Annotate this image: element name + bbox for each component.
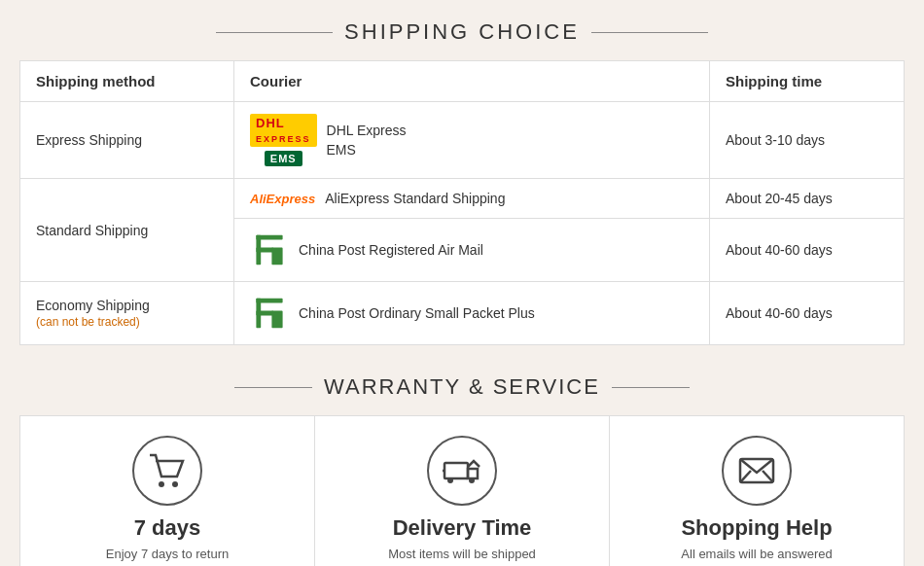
help-card-title: Shopping Help [625,515,888,541]
table-header-row: Shipping method Courier Shipping time [20,61,905,102]
economy-method-cell: Economy Shipping (can not be tracked) [20,282,234,345]
dhl-ems-courier: DHLEXPRESS EMS DHL Express EMS [250,114,693,166]
chinapost-economy-courier: China Post Ordinary Small Packet Plus [250,294,693,333]
shipping-table: Shipping method Courier Shipping time Ex… [19,60,905,345]
standard-method-label: Standard Shipping [20,179,234,282]
ems-logo-badge: EMS [265,151,302,166]
warranty-section: WARRANTY & SERVICE 7 days Enjoy 7 days t… [0,355,924,566]
table-row-economy: Economy Shipping (can not be tracked) [20,282,905,345]
svg-rect-7 [271,311,282,329]
delivery-card-title: Delivery Time [331,515,593,541]
svg-rect-3 [271,248,282,265]
economy-courier-cell: China Post Ordinary Small Packet Plus [234,282,710,345]
aliexpress-courier-cell: AliExpress AliExpress Standard Shipping [234,179,710,219]
truck-icon [443,451,481,490]
warranty-cards-container: 7 days Enjoy 7 days to return Delivery T… [19,415,905,566]
svg-rect-6 [256,311,273,316]
warranty-title-text: WARRANTY & SERVICE [324,374,600,400]
economy-method-note: (can not be tracked) [36,315,140,329]
help-card-desc: All emails will be answered [625,547,888,561]
svg-point-12 [469,478,475,483]
chinapost-registered-label: China Post Registered Air Mail [299,242,483,258]
chinapost-registered-courier-cell: China Post Registered Air Mail [234,219,710,282]
table-row-express: Express Shipping DHLEXPRESS EMS DHL Expr… [20,102,905,179]
shipping-choice-title-text: SHIPPING CHOICE [344,19,580,45]
header-courier: Courier [234,61,710,102]
aliexpress-courier: AliExpress AliExpress Standard Shipping [250,191,693,206]
express-method-label: Express Shipping [20,102,234,179]
standard-aliexpress-time: About 20-45 days [710,179,905,219]
table-row-standard-aliexpress: Standard Shipping AliExpress AliExpress … [20,179,905,219]
svg-point-8 [159,481,164,487]
warranty-card-returns: 7 days Enjoy 7 days to return [20,416,315,566]
dhl-logo-badge: DHLEXPRESS [250,114,317,147]
shipping-choice-section: SHIPPING CHOICE Shipping method Courier … [0,0,924,355]
dhl-ems-labels: DHL Express EMS [327,123,407,158]
svg-point-9 [172,481,178,487]
warranty-card-help: Shopping Help All emails will be answere… [610,416,904,566]
chinapost-economy-label: China Post Ordinary Small Packet Plus [299,305,535,321]
header-method: Shipping method [20,61,234,102]
svg-point-11 [447,478,453,483]
svg-rect-5 [256,299,282,303]
envelope-icon-circle [722,436,792,506]
svg-rect-2 [256,248,273,253]
economy-method-label: Economy Shipping [36,298,150,313]
dhl-ems-logos: DHLEXPRESS EMS [250,114,317,166]
warranty-card-delivery: Delivery Time Most items will be shipped [315,416,610,566]
svg-line-15 [740,471,751,482]
aliexpress-shipping-label: AliExpress Standard Shipping [325,191,505,206]
express-courier-cell: DHLEXPRESS EMS DHL Express EMS [234,102,710,179]
svg-rect-10 [444,463,468,478]
dhl-express-label: DHL Express [327,123,407,138]
envelope-icon [737,451,776,490]
delivery-card-desc: Most items will be shipped [331,547,593,561]
aliexpress-logo: AliExpress [250,192,315,206]
returns-card-title: 7 days [36,515,299,541]
shipping-choice-title: SHIPPING CHOICE [19,19,905,45]
ems-label: EMS [327,142,407,158]
standard-chinapost-time: About 40-60 days [710,219,905,282]
returns-card-desc: Enjoy 7 days to return [36,547,299,561]
warranty-title: WARRANTY & SERVICE [19,374,905,400]
china-post-economy-icon [250,294,289,333]
economy-time: About 40-60 days [710,282,905,345]
china-post-registered-icon [250,230,289,269]
svg-line-16 [763,471,773,482]
cart-icon-circle [132,436,202,506]
truck-icon-circle [427,436,497,506]
express-time: About 3-10 days [710,102,905,179]
cart-icon [148,451,187,490]
svg-rect-1 [256,235,282,240]
chinapost-registered-courier: China Post Registered Air Mail [250,230,693,269]
header-time: Shipping time [710,61,905,102]
